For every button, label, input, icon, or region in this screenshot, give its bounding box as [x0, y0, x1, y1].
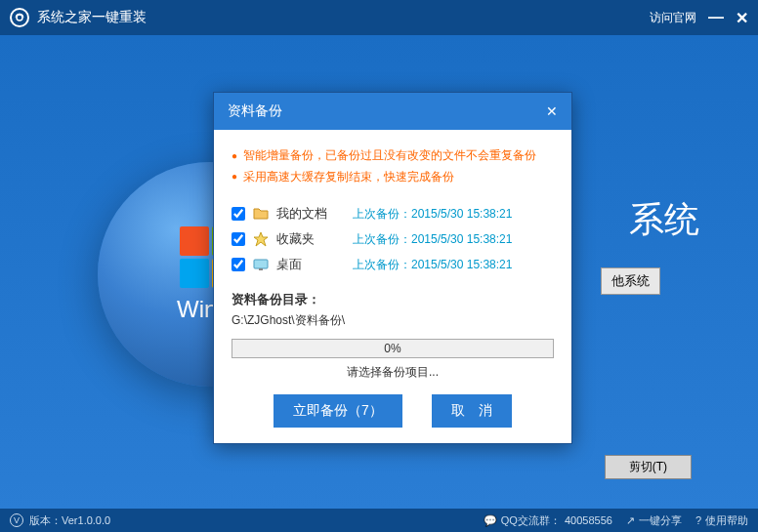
dialog-close-icon[interactable]: ✕ — [546, 103, 558, 119]
main-area: Windo 系统 他系统 资料备份 ✕ 智能增量备份，已备份过且没有改变的文件不… — [0, 35, 758, 509]
backup-now-button[interactable]: 立即备份（7） — [274, 394, 402, 428]
close-button[interactable]: ✕ — [736, 9, 748, 27]
backup-item-desktop: 桌面 上次备份：2015/5/30 15:38:21 — [232, 252, 554, 277]
info-bullet: 智能增量备份，已备份过且没有改变的文件不会重复备份 — [232, 145, 554, 167]
version-icon: V — [10, 513, 23, 527]
favorites-icon — [253, 231, 269, 247]
item-last-backup: 上次备份：2015/5/30 15:38:21 — [353, 206, 512, 223]
dialog-title: 资料备份 — [228, 102, 282, 120]
backup-dir-path: G:\ZJGhost\资料备份\ — [232, 312, 554, 329]
titlebar: 系统之家一键重装 访问官网 — ✕ — [0, 0, 758, 35]
minimize-button[interactable]: — — [708, 9, 724, 26]
share-link[interactable]: ↗一键分享 — [626, 513, 682, 528]
help-icon: ? — [695, 514, 701, 526]
qq-group-link[interactable]: 💬QQ交流群：40058556 — [484, 513, 612, 528]
system-heading: 系统 — [629, 196, 699, 244]
backup-dialog: 资料备份 ✕ 智能增量备份，已备份过且没有改变的文件不会重复备份 采用高速大缓存… — [213, 92, 572, 444]
desktop-checkbox[interactable] — [232, 258, 245, 271]
item-last-backup: 上次备份：2015/5/30 15:38:21 — [353, 231, 512, 248]
progress-percent: 0% — [232, 340, 553, 357]
progress-hint: 请选择备份项目... — [232, 364, 554, 381]
status-bar: V 版本：Ver1.0.0.0 💬QQ交流群：40058556 ↗一键分享 ?使… — [0, 509, 758, 532]
cancel-button[interactable]: 取 消 — [432, 394, 512, 428]
other-system-button[interactable]: 他系统 — [601, 267, 660, 295]
app-title: 系统之家一键重装 — [37, 9, 650, 26]
speech-icon: 💬 — [484, 514, 497, 527]
context-cut-button[interactable]: 剪切(T) — [605, 455, 692, 479]
share-icon: ↗ — [626, 514, 635, 527]
version-label: 版本：Ver1.0.0.0 — [29, 513, 110, 528]
backup-item-favorites: 收藏夹 上次备份：2015/5/30 15:38:21 — [232, 226, 554, 252]
item-label: 我的文档 — [276, 205, 345, 223]
item-label: 收藏夹 — [276, 230, 345, 248]
app-logo-icon — [10, 8, 29, 27]
desktop-icon — [253, 257, 269, 272]
svg-rect-2 — [259, 268, 263, 270]
folder-icon — [253, 206, 269, 222]
visit-site-link[interactable]: 访问官网 — [650, 10, 696, 26]
backup-dir-label: 资料备份目录： — [232, 291, 554, 308]
dialog-header: 资料备份 ✕ — [214, 93, 571, 130]
svg-rect-1 — [254, 260, 268, 268]
help-link[interactable]: ?使用帮助 — [695, 513, 748, 528]
backup-items: 我的文档 上次备份：2015/5/30 15:38:21 收藏夹 上次备份：20… — [232, 201, 554, 277]
info-bullets: 智能增量备份，已备份过且没有改变的文件不会重复备份 采用高速大缓存复制结束，快速… — [232, 145, 554, 187]
progress-bar: 0% — [232, 339, 554, 358]
info-bullet: 采用高速大缓存复制结束，快速完成备份 — [232, 167, 554, 188]
item-last-backup: 上次备份：2015/5/30 15:38:21 — [353, 257, 512, 273]
item-label: 桌面 — [276, 256, 345, 273]
favorites-checkbox[interactable] — [232, 232, 245, 246]
backup-item-documents: 我的文档 上次备份：2015/5/30 15:38:21 — [232, 201, 554, 226]
documents-checkbox[interactable] — [232, 207, 245, 221]
svg-point-0 — [17, 15, 22, 20]
